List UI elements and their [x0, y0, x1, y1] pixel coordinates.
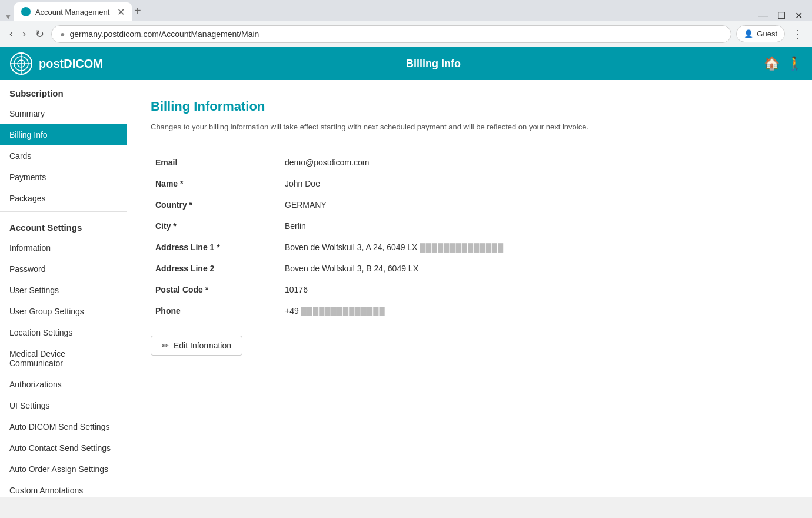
field-value-7: +49 ██████████████ [280, 300, 788, 321]
tab-close-button[interactable]: ✕ [117, 6, 125, 18]
sidebar-divider [0, 211, 127, 212]
table-row: City *Berlin [151, 215, 788, 237]
logo-text: postDICOM [39, 57, 103, 71]
sidebar-item-summary[interactable]: Summary [0, 103, 127, 124]
subscription-section-title: Subscription [0, 80, 127, 103]
edit-btn-label: Edit Information [174, 341, 231, 350]
browser-tab[interactable]: Account Management ✕ [14, 2, 132, 21]
table-row: Emaildemo@postdicom.com [151, 152, 788, 173]
sidebar-item-auto-dicom[interactable]: Auto DICOM Send Settings [0, 416, 127, 437]
minimize-button[interactable]: — [758, 11, 768, 21]
sidebar-item-medical-device[interactable]: Medical Device Communicator [0, 343, 127, 374]
page-title: Billing Information [151, 99, 788, 114]
field-value-5: Boven de Wolfskuil 3, B 24, 6049 LX [280, 258, 788, 279]
app-header: postDICOM Billing Info 🏠 🚶 [0, 47, 812, 80]
sidebar-item-packages[interactable]: Packages [0, 188, 127, 209]
sidebar-item-password[interactable]: Password [0, 258, 127, 280]
app-logo: postDICOM [9, 52, 103, 75]
sidebar-item-information[interactable]: Information [0, 237, 127, 258]
guest-button[interactable]: 👤 Guest [736, 25, 785, 42]
field-value-3: Berlin [280, 215, 788, 237]
sidebar-item-auto-order[interactable]: Auto Order Assign Settings [0, 459, 127, 480]
browser-back-icon: ▼ [5, 13, 12, 21]
back-button[interactable]: ‹ [7, 25, 15, 42]
field-value-0: demo@postdicom.com [280, 152, 788, 173]
new-tab-button[interactable]: + [134, 4, 141, 18]
guest-avatar-icon: 👤 [744, 29, 753, 38]
field-label-7: Phone [151, 300, 280, 321]
table-row: Address Line 2Boven de Wolfskuil 3, B 24… [151, 258, 788, 279]
field-value-1: John Doe [280, 173, 788, 194]
billing-info-table: Emaildemo@postdicom.comName *John DoeCou… [151, 152, 788, 321]
refresh-button[interactable]: ↻ [33, 25, 46, 43]
forward-button[interactable]: › [20, 25, 28, 42]
tab-title: Account Management [35, 8, 112, 16]
field-label-5: Address Line 2 [151, 258, 280, 279]
sidebar-item-cards[interactable]: Cards [0, 145, 127, 167]
field-label-4: Address Line 1 * [151, 237, 280, 258]
browser-menu-button[interactable]: ⋮ [790, 25, 805, 43]
close-button[interactable]: ✕ [795, 10, 803, 21]
field-label-3: City * [151, 215, 280, 237]
account-section-title: Account Settings [0, 214, 127, 237]
field-value-2: GERMANY [280, 194, 788, 215]
app-header-title: Billing Info [103, 58, 764, 70]
field-value-4: Boven de Wolfskuil 3, A 24, 6049 LX ████… [280, 237, 788, 258]
table-row: Country *GERMANY [151, 194, 788, 215]
tab-favicon [21, 7, 31, 16]
table-row: Name *John Doe [151, 173, 788, 194]
sidebar: Subscription SummaryBilling InfoCardsPay… [0, 80, 127, 497]
sidebar-item-billing-info[interactable]: Billing Info [0, 124, 127, 145]
logout-button[interactable]: 🚶 [787, 56, 803, 71]
edit-information-button[interactable]: ✏ Edit Information [151, 336, 242, 356]
main-content: Billing Information Changes to your bill… [127, 80, 812, 497]
sidebar-item-user-group-settings[interactable]: User Group Settings [0, 301, 127, 322]
sidebar-item-payments[interactable]: Payments [0, 167, 127, 188]
maximize-button[interactable]: ☐ [777, 10, 786, 21]
guest-label: Guest [757, 29, 777, 38]
sidebar-item-ui-settings[interactable]: UI Settings [0, 395, 127, 416]
field-label-2: Country * [151, 194, 280, 215]
table-row: Postal Code *10176 [151, 279, 788, 300]
sidebar-item-authorizations[interactable]: Authorizations [0, 374, 127, 395]
sidebar-item-user-settings[interactable]: User Settings [0, 280, 127, 301]
field-label-6: Postal Code * [151, 279, 280, 300]
home-button[interactable]: 🏠 [764, 56, 780, 71]
table-row: Address Line 1 *Boven de Wolfskuil 3, A … [151, 237, 788, 258]
table-row: Phone+49 ██████████████ [151, 300, 788, 321]
lock-icon: ● [60, 29, 65, 39]
header-actions: 🏠 🚶 [764, 56, 803, 71]
field-label-1: Name * [151, 173, 280, 194]
field-label-0: Email [151, 152, 280, 173]
sidebar-item-custom-annotations[interactable]: Custom Annotations [0, 480, 127, 497]
logo-icon [9, 52, 33, 75]
sidebar-item-location-settings[interactable]: Location Settings [0, 322, 127, 343]
url-input[interactable] [69, 29, 723, 39]
address-bar[interactable]: ● [51, 25, 731, 43]
field-value-6: 10176 [280, 279, 788, 300]
edit-icon: ✏ [162, 341, 169, 350]
sidebar-item-auto-contact[interactable]: Auto Contact Send Settings [0, 437, 127, 459]
page-subtitle: Changes to your billing information will… [151, 121, 788, 133]
